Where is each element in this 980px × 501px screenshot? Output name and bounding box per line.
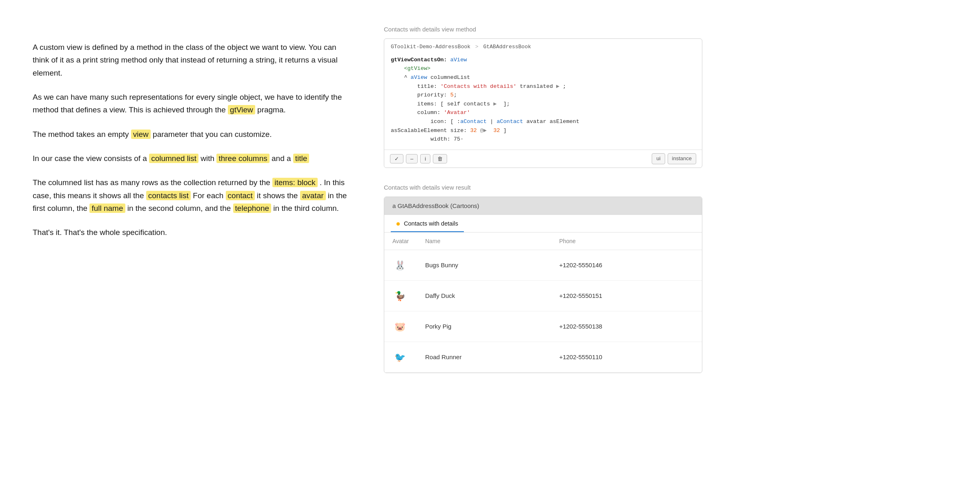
check-button[interactable]: ✓ xyxy=(390,154,403,163)
para5-text-7: in the third column. xyxy=(271,204,339,212)
paragraph-6: That's it. That's the whole specificatio… xyxy=(33,226,351,239)
paragraph-3: The method takes an empty view parameter… xyxy=(33,128,351,141)
cell-avatar: 🦆 xyxy=(384,281,417,311)
para5-text-6: in the second column, and the xyxy=(125,204,233,212)
highlight-contact: contact xyxy=(226,191,255,200)
table-row: 🐰 Bugs Bunny +1202-5550146 xyxy=(384,250,702,281)
cell-name: Daffy Duck xyxy=(417,281,551,311)
page-layout: A custom view is defined by a method in … xyxy=(0,0,980,501)
highlight-title: title xyxy=(293,154,310,163)
code-section-label: Contacts with details view method xyxy=(384,25,702,34)
cell-name: Porky Pig xyxy=(417,311,551,342)
tab-contacts-with-details[interactable]: Contacts with details xyxy=(391,215,464,232)
para5-text-4: it shows the xyxy=(255,191,300,200)
cell-avatar: 🐰 xyxy=(384,250,417,281)
info-button[interactable]: i xyxy=(420,154,430,163)
table-row: 🦆 Daffy Duck +1202-5550151 xyxy=(384,281,702,311)
breadcrumb-project: GToolkit-Demo-AddressBook xyxy=(391,44,470,50)
para2-text-2: pragma. xyxy=(255,105,286,114)
table-row: 🐷 Porky Pig +1202-5550138 xyxy=(384,311,702,342)
breadcrumb-class: GtABAddressBook xyxy=(483,44,531,50)
result-container: a GtABAddressBook (Cartoons) Contacts wi… xyxy=(384,197,702,374)
cell-phone: +1202-5550146 xyxy=(551,250,702,281)
col-phone: Phone xyxy=(551,233,702,250)
cell-phone: +1202-5550138 xyxy=(551,311,702,342)
tag-instance[interactable]: instance xyxy=(668,153,696,164)
table-row: 🐦 Road Runner +1202-5550110 xyxy=(384,342,702,373)
cell-avatar: 🐦 xyxy=(384,342,417,373)
breadcrumb-sep: > xyxy=(475,44,482,50)
minus-button[interactable]: – xyxy=(406,154,418,163)
code-body: gtViewContactsOn: aView <gtView> ^ aView… xyxy=(384,51,702,150)
result-section-label: Contacts with details view result xyxy=(384,183,702,192)
left-panel: A custom view is defined by a method in … xyxy=(33,25,351,476)
para4-text-3: and a xyxy=(270,154,293,163)
code-footer-buttons: ✓ – i 🗑 xyxy=(390,154,447,163)
result-table: Avatar Name Phone 🐰 Bugs Bunny +1202-555… xyxy=(384,233,702,373)
para2-text-1: As we can have many such representations… xyxy=(33,93,342,114)
result-section: Contacts with details view result a GtAB… xyxy=(384,183,702,374)
cell-name: Bugs Bunny xyxy=(417,250,551,281)
para3-text-2: parameter that you can customize. xyxy=(151,130,272,139)
highlight-items-block: items: block xyxy=(272,178,317,187)
highlight-avatar: avatar xyxy=(300,191,326,200)
col-avatar: Avatar xyxy=(384,233,417,250)
tab-dot xyxy=(396,222,400,226)
para4-text-1: In our case the view consists of a xyxy=(33,154,149,163)
paragraph-2: As we can have many such representations… xyxy=(33,91,351,116)
highlight-full-name: full name xyxy=(89,204,125,213)
paragraph-1: A custom view is defined by a method in … xyxy=(33,41,351,79)
highlight-gtview: gtView xyxy=(228,105,255,114)
paragraph-5: The columned list has as many rows as th… xyxy=(33,176,351,215)
highlight-view: view xyxy=(131,130,151,139)
trash-button[interactable]: 🗑 xyxy=(433,154,447,163)
table-header-row: Avatar Name Phone xyxy=(384,233,702,250)
highlight-columned-list: columned list xyxy=(149,154,198,163)
avatar-icon: 🐦 xyxy=(392,347,407,367)
highlight-telephone: telephone xyxy=(233,204,271,213)
avatar-icon: 🐰 xyxy=(392,255,407,275)
para4-text-2: with xyxy=(198,154,216,163)
cell-phone: +1202-5550110 xyxy=(551,342,702,373)
result-tabs: Contacts with details xyxy=(384,215,702,233)
para3-text-1: The method takes an empty xyxy=(33,130,131,139)
para6-text: That's it. That's the whole specificatio… xyxy=(33,228,167,237)
cell-avatar: 🐷 xyxy=(384,311,417,342)
col-name: Name xyxy=(417,233,551,250)
avatar-icon: 🐷 xyxy=(392,316,407,337)
highlight-three-columns: three columns xyxy=(216,154,269,163)
code-container: GToolkit-Demo-AddressBook > GtABAddressB… xyxy=(384,38,702,168)
right-panel: Contacts with details view method GToolk… xyxy=(384,25,702,476)
para5-text-3: For each xyxy=(191,191,226,200)
highlight-contacts-list: contacts list xyxy=(146,191,191,200)
tag-ui[interactable]: ui xyxy=(652,153,665,164)
cell-name: Road Runner xyxy=(417,342,551,373)
cell-phone: +1202-5550151 xyxy=(551,281,702,311)
para5-text-1: The columned list has as many rows as th… xyxy=(33,178,272,187)
breadcrumb: GToolkit-Demo-AddressBook > GtABAddressB… xyxy=(384,39,702,51)
code-section: Contacts with details view method GToolk… xyxy=(384,25,702,168)
paragraph-4: In our case the view consists of a colum… xyxy=(33,152,351,165)
result-header-row: a GtABAddressBook (Cartoons) xyxy=(384,197,702,215)
para1-text: A custom view is defined by a method in … xyxy=(33,43,338,77)
tab-label: Contacts with details xyxy=(404,220,458,227)
code-footer-tags: ui instance xyxy=(652,153,696,164)
code-footer: ✓ – i 🗑 ui instance xyxy=(384,150,702,168)
avatar-icon: 🦆 xyxy=(392,286,407,306)
